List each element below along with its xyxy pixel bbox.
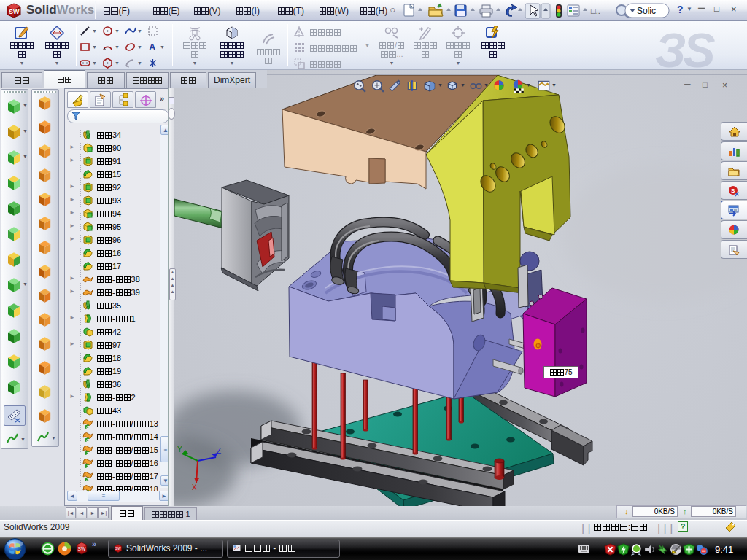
svg-text:Y: Y [177, 446, 182, 454]
svg-text:SW: SW [115, 547, 121, 551]
svg-text:φ: φ [535, 341, 541, 349]
svg-text:Z: Z [217, 447, 221, 455]
svg-text:Solic: Solic [637, 6, 656, 16]
svg-text:SW: SW [9, 8, 20, 15]
svg-text:□..: □.. [591, 7, 600, 15]
svg-text:X: X [192, 483, 197, 491]
svg-text:SW: SW [77, 546, 85, 551]
svg-text:A: A [149, 42, 156, 52]
